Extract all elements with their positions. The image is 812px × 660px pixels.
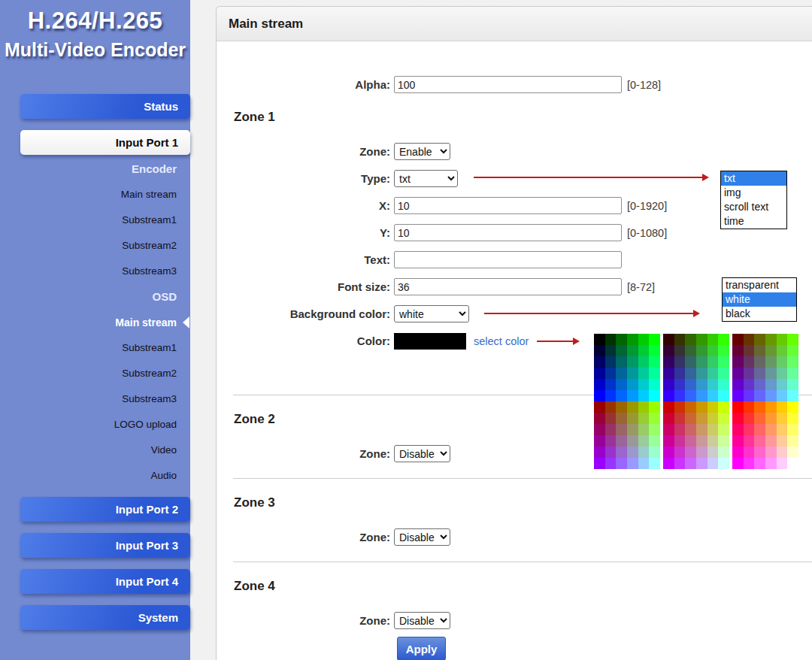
palette-cell[interactable] — [765, 379, 777, 390]
palette-cell[interactable] — [594, 458, 605, 469]
palette-cell[interactable] — [744, 368, 755, 379]
sidebar-item-encoder-substream3[interactable]: Substream3 — [0, 259, 190, 284]
palette-cell[interactable] — [638, 435, 650, 447]
palette-cell[interactable] — [777, 401, 788, 413]
palette-cell[interactable] — [754, 345, 765, 356]
palette-cell[interactable] — [765, 447, 777, 458]
sidebar-item-encoder-substream2[interactable]: Substream2 — [0, 233, 190, 259]
palette-cell[interactable] — [707, 356, 719, 368]
palette-cell[interactable] — [649, 379, 660, 390]
palette-cell[interactable] — [605, 356, 617, 368]
sidebar-item-video[interactable]: Video — [0, 437, 190, 463]
sidebar-button-input-port-4[interactable]: Input Port 4 — [20, 569, 190, 594]
palette-cell[interactable] — [787, 345, 798, 356]
palette-cell[interactable] — [674, 413, 686, 424]
palette-cell[interactable] — [744, 458, 755, 469]
palette-cell[interactable] — [765, 390, 777, 401]
zone1-zone-select[interactable]: Enable — [394, 143, 450, 160]
palette-cell[interactable] — [685, 379, 696, 390]
palette-cell[interactable] — [605, 435, 617, 447]
palette-cell[interactable] — [685, 345, 696, 356]
sidebar-item-osd-substream3[interactable]: Substream3 — [0, 386, 190, 412]
palette-cell[interactable] — [638, 379, 650, 390]
palette-cell[interactable] — [718, 435, 729, 447]
palette-cell[interactable] — [707, 401, 719, 413]
palette-cell[interactable] — [649, 447, 660, 458]
palette-cell[interactable] — [674, 458, 686, 469]
palette-cell[interactable] — [674, 345, 686, 356]
palette-cell[interactable] — [594, 345, 605, 356]
palette-cell[interactable] — [605, 447, 617, 458]
sidebar-button-input-port-1[interactable]: Input Port 1 — [20, 130, 190, 155]
palette-cell[interactable] — [777, 390, 788, 401]
sidebar-button-system[interactable]: System — [20, 605, 190, 630]
palette-cell[interactable] — [649, 413, 660, 424]
palette-cell[interactable] — [754, 390, 765, 401]
palette-cell[interactable] — [627, 356, 638, 368]
sidebar-item-audio[interactable]: Audio — [0, 463, 190, 489]
palette-cell[interactable] — [663, 379, 674, 390]
palette-cell[interactable] — [754, 424, 765, 435]
palette-cell[interactable] — [663, 368, 674, 379]
palette-cell[interactable] — [754, 413, 765, 424]
palette-cell[interactable] — [732, 401, 744, 413]
palette-cell[interactable] — [707, 379, 719, 390]
palette-cell[interactable] — [649, 368, 660, 379]
palette-cell[interactable] — [765, 334, 777, 345]
palette-cell[interactable] — [777, 447, 788, 458]
palette-cell[interactable] — [732, 458, 744, 469]
palette-cell[interactable] — [616, 424, 627, 435]
palette-cell[interactable] — [718, 447, 729, 458]
palette-cell[interactable] — [754, 334, 765, 345]
palette-cell[interactable] — [616, 435, 627, 447]
palette-cell[interactable] — [787, 390, 798, 401]
palette-cell[interactable] — [674, 356, 686, 368]
bg-option-transparent[interactable]: transparent — [723, 278, 796, 292]
palette-cell[interactable] — [605, 458, 617, 469]
palette-cell[interactable] — [732, 413, 744, 424]
palette-cell[interactable] — [787, 379, 798, 390]
palette-cell[interactable] — [754, 368, 765, 379]
palette-cell[interactable] — [685, 435, 696, 447]
palette-cell[interactable] — [649, 345, 660, 356]
palette-cell[interactable] — [707, 458, 719, 469]
palette-cell[interactable] — [718, 401, 729, 413]
palette-cell[interactable] — [696, 334, 707, 345]
palette-cell[interactable] — [627, 447, 638, 458]
palette-cell[interactable] — [696, 356, 707, 368]
palette-cell[interactable] — [718, 424, 729, 435]
palette-cell[interactable] — [605, 368, 617, 379]
sidebar-item-osd-main-stream[interactable]: Main stream — [0, 310, 190, 335]
palette-cell[interactable] — [649, 458, 660, 469]
palette-cell[interactable] — [616, 458, 627, 469]
palette-cell[interactable] — [744, 345, 755, 356]
palette-cell[interactable] — [663, 413, 674, 424]
palette-cell[interactable] — [696, 447, 707, 458]
color-palette[interactable] — [594, 334, 798, 469]
palette-cell[interactable] — [616, 413, 627, 424]
palette-cell[interactable] — [663, 345, 674, 356]
palette-cell[interactable] — [777, 413, 788, 424]
type-option-txt[interactable]: txt — [721, 171, 786, 186]
sidebar-button-input-port-3[interactable]: Input Port 3 — [20, 533, 190, 558]
zone1-type-select[interactable]: txt — [394, 170, 458, 187]
palette-cell[interactable] — [663, 334, 674, 345]
palette-cell[interactable] — [663, 401, 674, 413]
palette-cell[interactable] — [594, 356, 605, 368]
palette-cell[interactable] — [718, 379, 729, 390]
palette-cell[interactable] — [696, 379, 707, 390]
palette-cell[interactable] — [638, 447, 650, 458]
palette-cell[interactable] — [627, 368, 638, 379]
palette-cell[interactable] — [594, 368, 605, 379]
sidebar-button-input-port-2[interactable]: Input Port 2 — [20, 497, 190, 522]
palette-cell[interactable] — [732, 356, 744, 368]
sidebar-item-osd-substream2[interactable]: Substream2 — [0, 361, 190, 386]
palette-cell[interactable] — [594, 424, 605, 435]
palette-cell[interactable] — [744, 379, 755, 390]
palette-cell[interactable] — [649, 390, 660, 401]
palette-cell[interactable] — [696, 435, 707, 447]
palette-cell[interactable] — [754, 356, 765, 368]
bg-option-black[interactable]: black — [723, 307, 796, 321]
palette-cell[interactable] — [707, 413, 719, 424]
palette-cell[interactable] — [744, 424, 755, 435]
